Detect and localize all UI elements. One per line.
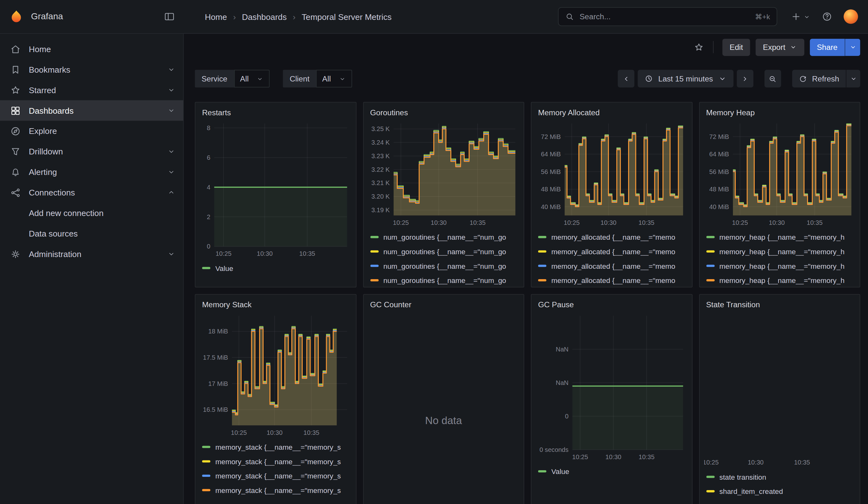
legend-item[interactable]: num_goroutines {__name__="num_go (370, 259, 517, 273)
legend-item[interactable]: memory_stack {__name__="memory_s (202, 440, 349, 454)
gc-pause-chart[interactable]: NaNNaN00 seconds10:2510:3010:35 (536, 311, 688, 462)
svg-text:10:25: 10:25 (393, 219, 409, 226)
compass-icon (10, 125, 21, 136)
chevron-down-icon[interactable] (167, 147, 175, 156)
help-button[interactable] (822, 11, 833, 22)
nav-actions (790, 10, 858, 24)
legend-item[interactable]: num_goroutines {__name__="num_go (370, 273, 517, 285)
legend: Value (538, 464, 685, 504)
panel-title[interactable]: GC Counter (363, 295, 524, 310)
breadcrumb-item[interactable]: Temporal Server Metrics (302, 12, 392, 21)
goroutines-chart[interactable]: 3.25 K3.24 K3.23 K3.22 K3.21 K3.20 K3.19… (368, 119, 519, 228)
series-color-dash (706, 236, 714, 238)
grafana-logo[interactable] (9, 9, 24, 24)
sidebar-item-home[interactable]: Home (0, 39, 183, 59)
legend: memory_allocated {__name__="memomemory_a… (538, 230, 685, 285)
avatar[interactable] (844, 10, 858, 24)
legend-item[interactable]: shard_item_created (706, 484, 853, 498)
time-forward-button[interactable] (737, 70, 753, 88)
client-variable-value[interactable]: All (316, 70, 352, 88)
svg-text:0: 0 (207, 243, 210, 250)
legend-item[interactable]: num_goroutines {__name__="num_go (370, 230, 517, 245)
legend-item[interactable]: memory_allocated {__name__="memo (538, 273, 685, 285)
svg-text:10:30: 10:30 (606, 453, 621, 460)
search-placeholder: Search... (579, 12, 610, 21)
chevron-right-icon (741, 74, 749, 83)
legend-item[interactable]: memory_stack {__name__="memory_s (202, 454, 349, 469)
search-icon (565, 12, 574, 21)
refresh-button-group: Refresh (792, 70, 860, 88)
memory-heap-chart[interactable]: 72 MiB64 MiB56 MiB48 MiB40 MiB10:2510:30… (704, 119, 855, 228)
series-color-dash (538, 265, 546, 267)
legend-item[interactable]: memory_allocated {__name__="memo (538, 230, 685, 245)
panel-title[interactable]: State Transition (700, 295, 860, 310)
share-menu-button[interactable] (845, 39, 860, 55)
sidebar-item-drilldown[interactable]: Drilldown (0, 141, 183, 162)
share-button[interactable]: Share (809, 39, 845, 55)
legend-item[interactable]: num_goroutines {__name__="num_go (370, 244, 517, 259)
time-back-button[interactable] (618, 70, 634, 88)
chevron-down-icon[interactable] (167, 250, 175, 258)
zoom-out-button[interactable] (764, 70, 781, 88)
nav-left: Grafana (0, 9, 184, 24)
refresh-interval-button[interactable] (846, 70, 860, 88)
chevron-down-icon[interactable] (167, 86, 175, 94)
legend-item[interactable]: memory_heap {__name__="memory_h (706, 230, 853, 245)
legend-item[interactable]: memory_allocated {__name__="memo (538, 244, 685, 259)
legend-item[interactable]: memory_stack {__name__="memory_s (202, 469, 349, 483)
legend-item[interactable]: memory_heap {__name__="memory_h (706, 273, 853, 285)
sidebar-item-bookmarks[interactable]: Bookmarks (0, 59, 183, 80)
svg-text:3.19 K: 3.19 K (371, 207, 390, 214)
favorite-star-button[interactable] (694, 42, 704, 52)
svg-text:72 MiB: 72 MiB (541, 133, 561, 140)
panel-title[interactable]: Goroutines (363, 102, 524, 118)
chevron-down-icon[interactable] (167, 106, 175, 115)
edit-button[interactable]: Edit (723, 39, 750, 55)
memory-allocated-chart[interactable]: 72 MiB64 MiB56 MiB48 MiB40 MiB10:2510:30… (536, 119, 688, 228)
legend-item[interactable]: memory_stack {__name__="memory_s (202, 483, 349, 497)
state-transition-chart[interactable]: 10:2510:3010:35 (704, 311, 855, 468)
time-range-picker[interactable]: Last 15 minutes (638, 70, 734, 88)
new-button[interactable] (790, 11, 810, 22)
sidebar-item-dashboards[interactable]: Dashboards (0, 100, 183, 121)
legend-item[interactable]: Value (538, 464, 685, 479)
breadcrumb-item[interactable]: Dashboards (242, 12, 287, 21)
panel-title[interactable]: Memory Heap (700, 102, 860, 118)
svg-text:40 MiB: 40 MiB (709, 203, 729, 210)
memory-stack-chart[interactable]: 18 MiB17.5 MiB17 MiB16.5 MiB10:2510:3010… (200, 311, 351, 438)
export-button[interactable]: Export (756, 39, 804, 55)
sidebar-toggle-icon[interactable] (164, 11, 175, 22)
panel-title[interactable]: Restarts (195, 102, 356, 118)
sidebar-item-connections[interactable]: Connections (0, 182, 183, 203)
legend-item[interactable]: memory_allocated {__name__="memo (538, 259, 685, 273)
panel-memory-stack: Memory Stack 18 MiB17.5 MiB17 MiB16.5 Mi… (195, 294, 356, 504)
restarts-chart[interactable]: 8642010:2510:3010:35 (200, 119, 351, 259)
series-color-dash (706, 265, 714, 267)
client-variable-label: Client (283, 70, 316, 88)
panel-title[interactable]: Memory Allocated (531, 102, 692, 118)
no-data-message: No data (363, 310, 524, 504)
search-input[interactable]: Search... ⌘+k (558, 7, 777, 26)
sidebar-item-data-sources[interactable]: Data sources (0, 223, 183, 244)
svg-text:3.25 K: 3.25 K (371, 125, 390, 132)
legend-item[interactable]: Value (202, 261, 349, 275)
sidebar-item-add-new-connection[interactable]: Add new connection (0, 203, 183, 223)
series-color-dash (202, 475, 210, 477)
service-variable-value[interactable]: All (234, 70, 270, 88)
breadcrumb-item[interactable]: Home (205, 12, 227, 21)
sidebar-item-starred[interactable]: Starred (0, 80, 183, 101)
chevron-down-icon[interactable] (167, 168, 175, 176)
chevron-up-icon[interactable] (167, 188, 175, 196)
refresh-button[interactable]: Refresh (792, 70, 846, 88)
panel-title[interactable]: GC Pause (531, 295, 692, 310)
sidebar-item-alerting[interactable]: Alerting (0, 162, 183, 182)
legend-item[interactable]: memory_heap {__name__="memory_h (706, 259, 853, 273)
sidebar-item-explore[interactable]: Explore (0, 121, 183, 141)
chevron-down-icon (256, 75, 264, 82)
legend-item[interactable]: state transition (706, 470, 853, 484)
panel-title[interactable]: Memory Stack (195, 295, 356, 310)
legend-item[interactable]: memory_heap {__name__="memory_h (706, 244, 853, 259)
sidebar-item-administration[interactable]: Administration (0, 244, 183, 264)
chevron-down-icon (849, 75, 857, 83)
chevron-down-icon[interactable] (167, 65, 175, 74)
